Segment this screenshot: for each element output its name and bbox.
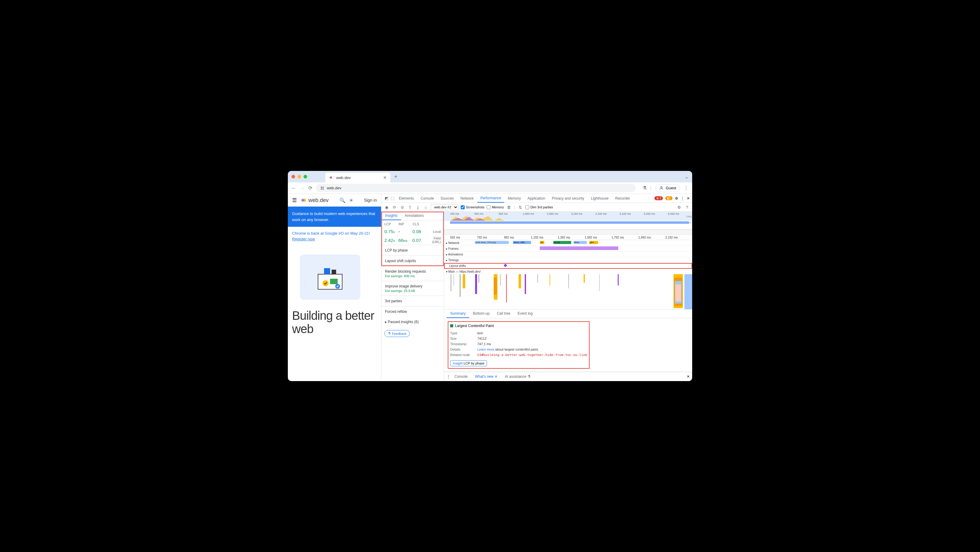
settings-perf-icon[interactable]: ⇅ [517,204,523,210]
svg-rect-3 [323,188,324,190]
timeline-overview[interactable]: 492 ms692 ms992 ms1,992 ms2,992 ms3,192 … [444,212,692,230]
main-flame-chart[interactable]: DCL P LCP 747.10 ms LCP - Local 2.42 s L… [444,274,692,309]
gc-icon[interactable]: 🗑 [506,204,512,210]
traffic-lights [291,175,307,179]
labs-icon[interactable]: ⚗ [643,185,647,191]
drawer-tab-whatsnew[interactable]: What's new ✕ [472,373,501,380]
close-tab-button[interactable]: ✕ [383,175,387,180]
svg-rect-12 [453,274,454,286]
search-icon[interactable]: 🔍 [339,198,345,203]
screenshots-checkbox[interactable]: Screenshots [461,205,484,209]
animations-track[interactable]: ▸ Animations [444,252,692,257]
record-button[interactable]: ◉ [384,204,389,210]
drawer-tab-ai[interactable]: AI assistance ⚗ [502,373,534,380]
layout-shifts-track[interactable]: Layout shifts [444,263,692,269]
svg-rect-0 [321,187,322,188]
screenshot-strip [444,230,692,235]
details-tab-bottomup[interactable]: Bottom-up [469,310,493,318]
close-window-button[interactable] [291,175,295,179]
url-input[interactable]: web.dev [316,184,636,192]
learn-more-link[interactable]: Learn more [477,348,494,351]
metrics-local-row: 0.75s - 0.08 Local [381,228,444,235]
download-button[interactable]: ⭳ [415,204,421,210]
network-track[interactable]: ▸ Network ome-blue_720.png ature_480... … [444,240,692,246]
insight-layout-shift[interactable]: Layout shift culprits [381,255,444,266]
tab-application[interactable]: Application [524,195,548,202]
frames-track[interactable]: ▸ Frames [444,246,692,252]
reload-record-button[interactable]: ⟳ [391,204,397,210]
warning-count[interactable]: ▮1 [665,196,673,200]
insight-lcp-phase[interactable]: LCP by phase [381,245,444,255]
drawer-tab-console[interactable]: Console [451,373,471,380]
io-banner: Chrome is back at Google I/O on May 20-2… [288,227,381,246]
memory-checkbox[interactable]: Memory [487,205,504,209]
insights-tabs: Insights Annotations [381,212,444,220]
details-tab-summary[interactable]: Summary [447,310,469,318]
metrics-header: LCP INP CLS [381,220,444,228]
cls-field: 0.07 [412,238,426,243]
main-track-header[interactable]: ▾ Main — https://web.dev/ [444,269,692,274]
tab-network[interactable]: Network [457,195,477,202]
related-node[interactable]: h3#building-a-better-web-together.hide-f… [477,353,587,357]
details-tab-calltree[interactable]: Call tree [493,310,514,318]
guest-button[interactable]: Guest [655,184,680,192]
theme-toggle-icon[interactable]: ☀ [349,198,353,203]
browser-tab[interactable]: web.dev ✕ [325,173,390,182]
back-button[interactable]: ← [291,185,296,191]
recording-select[interactable]: web.dev #2 [431,204,458,210]
tab-recorder[interactable]: Recorder [612,195,633,202]
timings-track[interactable]: ▸ Timings [444,257,692,263]
forward-button[interactable]: → [300,185,305,191]
hero-heading: Building a better web [288,309,381,335]
tab-sources[interactable]: Sources [438,195,457,202]
insight-forced-reflow[interactable]: Forced reflow [381,306,444,317]
webdev-logo[interactable]: web.dev [301,197,329,204]
hamburger-icon[interactable]: ☰ [292,197,297,204]
signin-link[interactable]: Sign in [364,198,377,203]
insight-3rd-parties[interactable]: 3rd parties [381,296,444,306]
feedback-button[interactable]: ⚗ Feedback [384,330,410,337]
inp-label: INP [399,222,413,226]
tab-elements[interactable]: Elements [396,195,417,202]
reload-button[interactable]: ⟳ [309,185,312,191]
svg-rect-28 [617,274,619,286]
settings-icon[interactable]: ⚙ [675,196,678,201]
browser-menu-icon[interactable]: ⋮ [684,185,689,191]
tab-console[interactable]: Console [418,195,437,202]
inspect-icon[interactable]: ◩ [384,196,389,201]
drawer-menu-icon[interactable]: ⋮ [447,375,450,379]
clear-button[interactable]: ⊘ [399,204,405,210]
tab-lighthouse[interactable]: Lighthouse [588,195,612,202]
details-tab-eventlog[interactable]: Event log [514,310,536,318]
insight-render-blocking[interactable]: Render blocking requests Est savings: 40… [381,266,444,281]
insight-image-delivery[interactable]: Improve image delivery Est savings: 25.0… [381,281,444,296]
perf-settings-icon[interactable]: ⚙ [676,204,682,210]
insight-chip[interactable]: Insight LCP by phase [450,360,487,366]
tab-dropdown-button[interactable]: ⌄ [685,174,689,180]
new-tab-button[interactable]: + [394,174,398,180]
passed-insights[interactable]: ▸ Passed insights (6) [381,317,444,327]
svg-rect-6 [324,268,330,274]
layout-shift-marker[interactable] [504,263,507,267]
home-button[interactable]: ⌂ [423,204,428,210]
error-count[interactable]: ⊗ 2 [654,196,663,200]
close-devtools-icon[interactable]: ✕ [687,196,690,201]
insights-tab-insights[interactable]: Insights [381,212,401,220]
drawer-close-icon[interactable]: ✕ [687,375,690,379]
drawer-tabs: ⋮ Console What's new ✕ AI assistance ⚗ ✕ [444,372,692,381]
tab-memory[interactable]: Memory [505,195,524,202]
timeline-tracks[interactable]: ▸ Network ome-blue_720.png ature_480... … [444,240,692,309]
register-link[interactable]: Register now [292,237,377,241]
upload-button[interactable]: ⭱ [407,204,413,210]
more-icon[interactable]: ⋮ [681,196,684,201]
insights-tab-annotations[interactable]: Annotations [401,212,427,220]
details-title: Largest Contentful Paint [450,324,587,328]
tab-performance[interactable]: Performance [477,194,504,203]
maximize-window-button[interactable] [304,175,307,179]
minimize-window-button[interactable] [298,175,301,179]
svg-rect-19 [500,274,501,286]
tab-privacy[interactable]: Privacy and security [549,195,587,202]
device-toggle-icon[interactable]: ⬚ [390,196,395,201]
help-icon[interactable]: ? [684,204,690,210]
dim-3rd-checkbox[interactable]: Dim 3rd parties [525,205,553,209]
